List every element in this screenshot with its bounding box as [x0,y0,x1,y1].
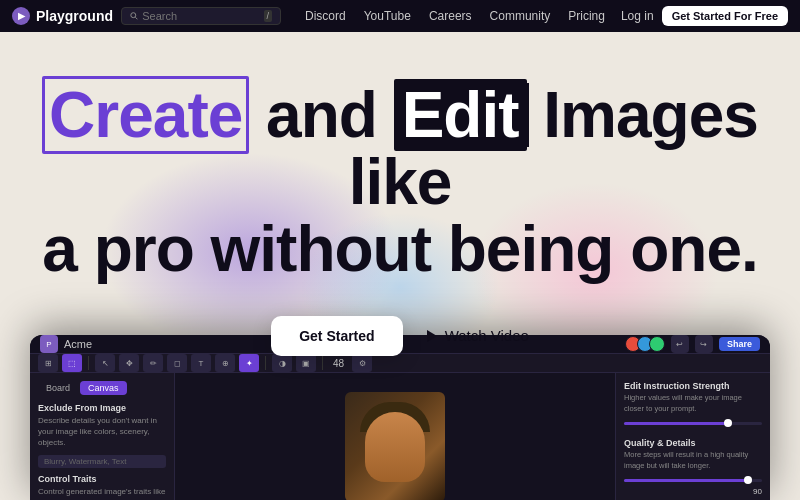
panel-tabs: Board Canvas [38,381,166,395]
hero-section: Create and Edit Images like a pro withou… [0,32,800,500]
hero-content: Create and Edit Images like a pro withou… [0,32,800,356]
nav-links: Discord YouTube Careers Community Pricin… [297,5,613,27]
nav-pricing[interactable]: Pricing [560,5,613,27]
app-right-panel: Edit Instruction Strength Higher values … [615,373,770,500]
hero-title: Create and Edit Images like a pro withou… [0,82,800,284]
toolbar-btn-brush[interactable]: ◑ [272,354,292,372]
nav-careers[interactable]: Careers [421,5,480,27]
nav-community[interactable]: Community [482,5,559,27]
edit-instruction-strength-desc: Higher values will make your image close… [624,393,762,414]
slider-track-2 [624,479,762,482]
logo[interactable]: ▶ Playground [12,7,113,25]
quality-details-section: Quality & Details More steps will result… [624,438,762,496]
panel-tab-canvas[interactable]: Canvas [80,381,127,395]
toolbar-btn-hand[interactable]: ✥ [119,354,139,372]
toolbar-btn-eraser[interactable]: ▣ [296,354,316,372]
hero-title-create: Create [42,76,249,154]
slider-fill-2 [624,479,748,482]
toolbar-separator-1 [88,356,89,370]
control-traits-desc: Control generated image's traits like po… [38,486,166,500]
toolbar-btn-cursor[interactable]: ↖ [95,354,115,372]
navbar: ▶ Playground / Discord YouTube Careers C… [0,0,800,32]
control-traits-title: Control Traits [38,474,166,484]
hero-title-and: and [266,79,377,151]
toolbar-btn-image[interactable]: ⊕ [215,354,235,372]
toolbar-btn-shape[interactable]: ◻ [167,354,187,372]
toolbar-separator-2 [265,356,266,370]
logo-text: Playground [36,8,113,24]
toolbar-btn-text[interactable]: T [191,354,211,372]
app-left-panel: Board Canvas Exclude From Image Describe… [30,373,175,500]
toolbar-separator-3 [322,356,323,370]
hero-title-edit: Edit [394,79,527,151]
exclude-from-image-desc: Describe details you don't want in your … [38,415,166,449]
toolbar-btn-canvas[interactable]: ⬚ [62,354,82,372]
search-bar[interactable]: / [121,7,281,25]
edit-strength-slider[interactable] [624,418,762,428]
logo-icon: ▶ [12,7,30,25]
exclude-from-image-title: Exclude From Image [38,403,166,413]
slider-thumb-2 [744,476,752,484]
quality-details-title: Quality & Details [624,438,762,448]
toolbar-number: 48 [333,358,344,369]
play-icon [427,330,437,342]
edit-instruction-strength-title: Edit Instruction Strength [624,381,762,391]
face-shape [365,412,425,482]
search-shortcut: / [264,10,273,22]
svg-point-0 [131,13,136,18]
slider-track-1 [624,422,762,425]
toolbar-btn-settings[interactable]: ⚙ [352,354,372,372]
hero-title-line2: a pro without being one. [42,213,758,285]
watch-video-button[interactable]: Watch Video [427,327,529,344]
nav-discord[interactable]: Discord [297,5,354,27]
login-button[interactable]: Log in [613,5,662,27]
watch-video-label: Watch Video [445,327,529,344]
slider-fill-1 [624,422,728,425]
nav-youtube[interactable]: YouTube [356,5,419,27]
quality-slider[interactable] [624,475,762,485]
app-toolbar: ⊞ ⬚ ↖ ✥ ✏ ◻ T ⊕ ✦ ◑ ▣ 48 ⚙ [30,354,770,373]
search-icon [130,11,138,21]
quality-slider-value: 90 [624,487,762,496]
quality-details-desc: More steps will result in a high quality… [624,450,762,471]
toolbar-btn-ai[interactable]: ✦ [239,354,259,372]
panel-tab-board[interactable]: Board [38,381,78,395]
get-started-button[interactable]: Get Started [271,316,402,356]
edit-instruction-strength-section: Edit Instruction Strength Higher values … [624,381,762,428]
slider-thumb-1 [724,419,732,427]
hero-cta: Get Started Watch Video [0,316,800,356]
svg-line-1 [135,17,137,19]
search-input[interactable] [142,10,259,22]
image-preview [345,392,445,500]
app-screenshot: P Acme ↩ ↪ Share ⊞ ⬚ ↖ ✥ ✏ ◻ T ⊕ ✦ ◑ ▣ [30,335,770,500]
toolbar-btn-pen[interactable]: ✏ [143,354,163,372]
toolbar-btn-board[interactable]: ⊞ [38,354,58,372]
app-canvas-center[interactable] [175,373,615,500]
app-body: Board Canvas Exclude From Image Describe… [30,373,770,500]
exclude-input[interactable]: Blurry, Watermark, Text [38,455,166,468]
get-started-free-button[interactable]: Get Started For Free [662,6,788,26]
